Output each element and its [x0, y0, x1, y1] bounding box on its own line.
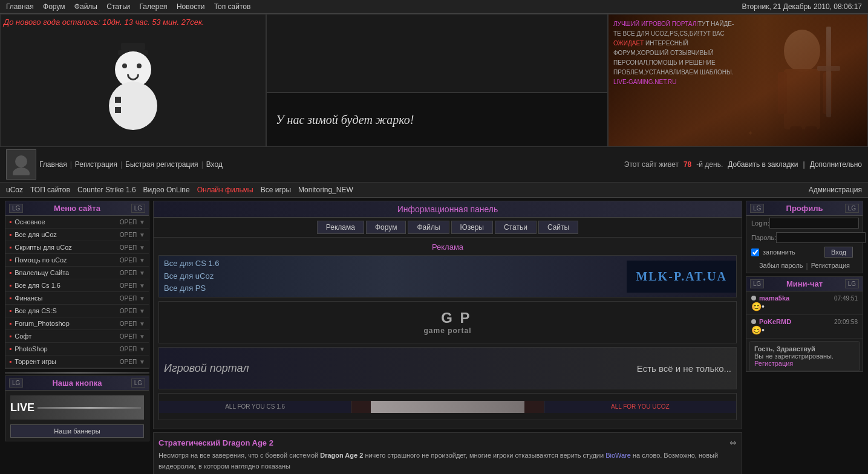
down-arrow-icon: ▼ — [139, 232, 145, 238]
ad4-left: ALL FOR YOU CS 1.6 — [159, 401, 351, 413]
menu-badge: ОРЕП — [120, 282, 137, 289]
menu-badge: ОРЕП — [120, 308, 137, 314]
menu-badge: ОРЕП — [120, 320, 137, 327]
menu-item-finance[interactable]: ▪ Финансы ОРЕП ▼ — [5, 292, 149, 305]
down-arrow-icon: ▼ — [139, 346, 145, 352]
nav2-video[interactable]: Видео OnLine — [143, 186, 190, 194]
menu-item-help[interactable]: ▪ Помощь по uCoz ОРЕП ▼ — [5, 254, 149, 267]
menu-item-css[interactable]: ▪ Все для CS:S ОРЕП ▼ — [5, 305, 149, 317]
ad-banner-1[interactable]: Все для CS 1.6 Все для uCoz Все для PS M… — [158, 255, 737, 297]
nav-news[interactable]: Новости — [177, 2, 204, 11]
snowman-eye-left — [122, 63, 127, 68]
sep2: | — [120, 160, 122, 169]
userbar-login[interactable]: Вход — [206, 160, 223, 169]
userbar-home[interactable]: Главная — [39, 160, 67, 169]
live-banner: LIVE — [10, 395, 144, 420]
dot-icon: ▪ — [9, 256, 11, 264]
header-center-top — [266, 14, 608, 93]
bioware-link[interactable]: BioWare — [605, 452, 631, 459]
tab-ads[interactable]: Реклама — [317, 221, 364, 234]
menu-item-cs16[interactable]: ▪ Все для Cs 1.6 ОРЕП ▼ — [5, 279, 149, 292]
nav2-topsites[interactable]: ТОП сайтов — [30, 186, 70, 194]
menu-item-label: Основное — [15, 218, 120, 226]
menu-item-label: Скрипты для uCoz — [15, 244, 120, 251]
add-to-bookmarks[interactable]: Добавить в закладки — [728, 160, 798, 169]
nav2-ucoz[interactable]: uCoz — [6, 186, 23, 194]
down-arrow-icon: ▼ — [139, 295, 145, 302]
tab-files[interactable]: Файлы — [408, 221, 449, 234]
down-arrow-icon: ▼ — [139, 244, 145, 251]
nav-home[interactable]: Главная — [6, 2, 34, 11]
menu-badge: ОРЕП — [120, 219, 137, 226]
header-slogan: У нас зимой будет жарко! — [276, 113, 414, 127]
nav-articles[interactable]: Статьи — [106, 2, 130, 11]
forgot-password-link[interactable]: Забыл пароль — [759, 262, 803, 270]
register-link[interactable]: Регистрация — [811, 262, 850, 270]
nav2-cs16[interactable]: Counter Strike 1.6 — [77, 186, 136, 194]
userbar-fast-register[interactable]: Быстрая регистрация — [125, 160, 198, 169]
bubble-register-link[interactable]: Регистрация — [754, 360, 793, 367]
menu-item-label: PhotoShop — [15, 345, 120, 352]
dot-icon: ▪ — [9, 294, 11, 302]
ad-line2: Все для uCoz — [164, 270, 220, 283]
our-button-panel: LG Наша кнопка LG LIVE Наши баннеры — [5, 375, 149, 441]
nav2-all-games[interactable]: Все игры — [261, 186, 291, 194]
login-input[interactable] — [769, 218, 859, 229]
ad-banner-4[interactable]: ALL FOR YOU CS 1.6 ALL FOR YOU UCOZ — [158, 393, 737, 420]
remember-checkbox[interactable] — [751, 248, 759, 256]
menu-item-photoshop[interactable]: ▪ PhotoShop ОРЕП ▼ — [5, 343, 149, 356]
btn-lg-right: LG — [131, 378, 145, 388]
ad-banner-3[interactable]: Игровой портал Есть всё и не только... — [158, 347, 737, 389]
nav-topsites[interactable]: Топ сайтов — [214, 2, 251, 11]
ad-left-3: Игровой портал — [159, 357, 254, 380]
ad-line1: Все для CS 1.6 — [164, 258, 220, 270]
tab-articles[interactable]: Статьи — [495, 221, 537, 234]
sep5: | — [806, 262, 808, 270]
menu-item-forum-ps[interactable]: ▪ Forum_Photoshop ОРЕП ▼ — [5, 317, 149, 330]
nav2-online-films[interactable]: Онлайн фильмы — [197, 186, 253, 194]
admin-link[interactable]: Администрация — [809, 186, 862, 194]
profile-header: LG Профиль LG — [746, 201, 863, 216]
snowman-graphic — [109, 43, 157, 130]
menu-badge: ОРЕП — [120, 232, 137, 238]
menu-badge: ОРЕП — [120, 244, 137, 251]
menu-lg-right: LG — [131, 204, 145, 213]
banners-button[interactable]: Наши баннеры — [10, 424, 144, 438]
ad-banner-2[interactable]: G P game portal — [158, 301, 737, 343]
tab-forum[interactable]: Форум — [366, 221, 406, 234]
remember-label: запомнить — [763, 248, 795, 256]
down-arrow-icon: ▼ — [139, 257, 145, 264]
menu-badge: ОРЕП — [120, 257, 137, 264]
menu-item-owner[interactable]: ▪ Впалельцу Сайта ОРЕП ▼ — [5, 267, 149, 279]
tab-users[interactable]: Юзеры — [451, 221, 493, 234]
extra-link[interactable]: Дополнительно — [810, 160, 862, 169]
remember-row: запомнить Вход — [746, 245, 863, 259]
nav-forum[interactable]: Форум — [43, 2, 65, 11]
ad4-right: ALL FOR YOU UCOZ — [544, 401, 736, 413]
menu-item-scripts[interactable]: ▪ Скрипты для uCoz ОРЕП ▼ — [5, 241, 149, 254]
nav-gallery[interactable]: Галерея — [140, 2, 168, 11]
login-field-row: Login: — [746, 216, 863, 230]
password-field-row: Пароль: — [746, 230, 863, 245]
chat-message-1: mama5ka 07:49:51 😊• — [746, 291, 863, 315]
menu-badge: ОРЕП — [120, 270, 137, 276]
password-input[interactable] — [776, 232, 866, 243]
nav2-monitoring[interactable]: Monitoring_NEW — [298, 186, 353, 194]
menu-item-soft[interactable]: ▪ Софт ОРЕП ▼ — [5, 330, 149, 343]
live-progress — [38, 407, 141, 409]
news-expand-icon[interactable]: ⇔ — [729, 438, 737, 447]
our-button-title: Наша кнопка — [52, 378, 102, 388]
menu-item-ucoz[interactable]: ▪ Все для uCoz ОРЕП ▼ — [5, 229, 149, 241]
menu-item-osnovnoe[interactable]: ▪ Основное ОРЕП ▼ — [5, 216, 149, 229]
menu-panel: LG Меню сайта LG ▪ Основное ОРЕП ▼ ▪ Все… — [5, 201, 149, 369]
userbar-register[interactable]: Регистрация — [75, 160, 117, 169]
promo-url-link[interactable]: LIVE-GAMING.NET.RU — [613, 79, 676, 85]
tab-sites[interactable]: Сайты — [538, 221, 578, 234]
chat-emoji-1: 😊• — [751, 302, 858, 311]
enter-button[interactable]: Вход — [824, 247, 853, 258]
site-days-number: 78 — [684, 160, 691, 169]
profile-links: Забыл пароль | Регистрация — [746, 259, 863, 273]
nav-files[interactable]: Файлы — [74, 2, 97, 11]
menu-item-torrent[interactable]: ▪ Торрент игры ОРЕП ▼ — [5, 356, 149, 368]
ad-brand-2-container: G P game portal — [417, 304, 477, 341]
